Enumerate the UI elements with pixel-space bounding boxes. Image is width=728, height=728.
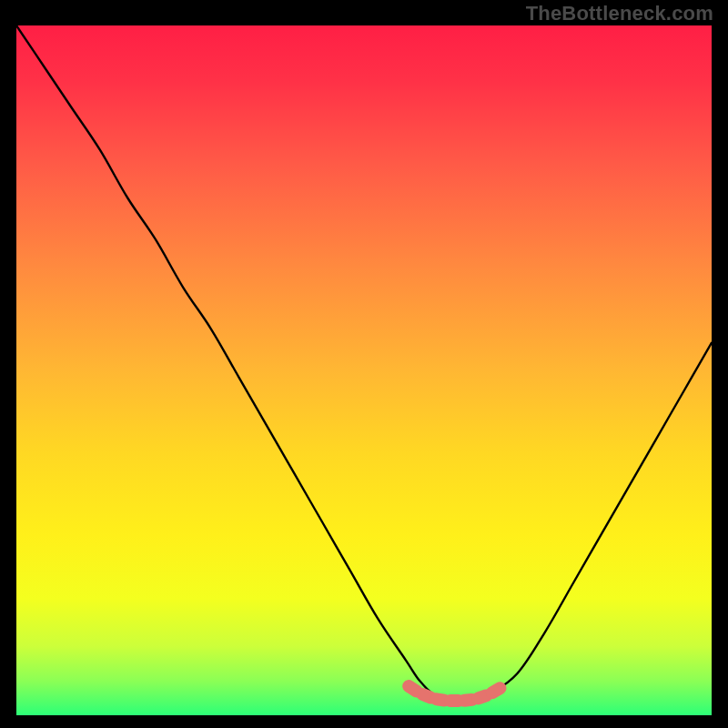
- watermark-text: TheBottleneck.com: [526, 2, 713, 25]
- optimal-marker-segment: [464, 700, 472, 701]
- optimal-marker-segment: [437, 699, 445, 700]
- bottleneck-curve: [16, 25, 712, 702]
- optimal-range-markers: [409, 686, 500, 701]
- curve-layer: [16, 25, 712, 715]
- plot-border: [16, 25, 712, 715]
- optimal-marker-segment: [409, 686, 417, 692]
- plot-area: [16, 25, 712, 715]
- optimal-marker-segment: [422, 694, 430, 697]
- optimal-marker-segment: [492, 688, 500, 693]
- app-frame: TheBottleneck.com: [0, 0, 728, 728]
- optimal-marker-segment: [479, 695, 487, 698]
